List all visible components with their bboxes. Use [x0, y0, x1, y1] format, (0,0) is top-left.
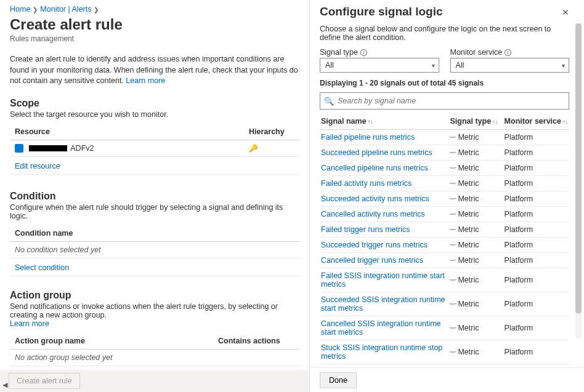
- signal-type: Metric: [458, 179, 479, 188]
- scope-table: Resource Hierarchy ADFv2 🔑 Edit resource: [10, 124, 299, 175]
- metric-icon: 〰: [450, 180, 455, 187]
- scope-desc: Select the target resource you wish to m…: [10, 110, 299, 119]
- action-col-name: Action group name: [10, 333, 213, 350]
- panel-footer: Done: [310, 367, 584, 392]
- signal-name-link[interactable]: Failed trigger runs metrics: [321, 225, 410, 234]
- info-icon[interactable]: i: [360, 49, 367, 56]
- learn-more-link[interactable]: Learn more: [126, 76, 165, 85]
- signal-search-box[interactable]: 🔍: [320, 92, 569, 110]
- signal-row[interactable]: Succeeded activity runs metrics〰MetricPl…: [320, 191, 569, 207]
- signal-type-select[interactable]: All ▾: [320, 58, 439, 73]
- signal-service: Platform: [505, 164, 533, 172]
- signal-service: Platform: [505, 300, 533, 308]
- signal-row[interactable]: Succeeded trigger runs metrics〰MetricPla…: [320, 238, 569, 253]
- signal-name-link[interactable]: Cancelled SSIS integration runtime start…: [321, 319, 441, 337]
- action-heading: Action group: [10, 290, 299, 301]
- create-alert-rule-button[interactable]: Create alert rule: [9, 373, 80, 389]
- sort-icon: ↑↓: [562, 119, 568, 125]
- signal-service: Platform: [505, 324, 533, 332]
- signal-row[interactable]: Failed activity runs metrics〰MetricPlatf…: [320, 176, 569, 191]
- action-desc: Send notifications or invoke actions whe…: [10, 302, 299, 328]
- signal-row[interactable]: Cancelled trigger runs metrics〰MetricPla…: [320, 253, 569, 268]
- signals-col-service[interactable]: Monitor service↑↓: [503, 114, 569, 130]
- signal-name-link[interactable]: Cancelled pipeline runs metrics: [321, 164, 428, 172]
- signal-name-link[interactable]: Succeeded trigger runs metrics: [321, 241, 428, 249]
- monitor-service-select[interactable]: All ▾: [450, 58, 570, 73]
- action-desc-text: Send notifications or invoke actions whe…: [10, 302, 278, 319]
- done-button[interactable]: Done: [320, 372, 357, 388]
- signal-search-input[interactable]: [338, 97, 565, 105]
- condition-empty: No condition selected yet: [10, 242, 299, 258]
- signal-name-link[interactable]: Failed pipeline runs metrics: [321, 133, 415, 142]
- metric-icon: 〰: [450, 301, 455, 308]
- metric-icon: 〰: [450, 211, 455, 218]
- chevron-down-icon: ▾: [562, 62, 565, 69]
- panel-desc: Choose a signal below and configure the …: [320, 25, 569, 42]
- key-icon: 🔑: [249, 144, 258, 153]
- signal-type-value: All: [325, 61, 334, 70]
- metric-icon: 〰: [450, 150, 455, 156]
- action-learn-more-link[interactable]: Learn more: [10, 319, 49, 328]
- info-icon[interactable]: i: [505, 49, 511, 56]
- breadcrumb-home[interactable]: Home: [10, 5, 30, 14]
- scope-resource-row[interactable]: ADFv2 🔑: [10, 140, 299, 157]
- metric-icon: 〰: [450, 226, 455, 233]
- signal-service: Platform: [505, 241, 533, 249]
- signal-type: Metric: [458, 276, 479, 284]
- results-count: Displaying 1 - 20 signals out of total 4…: [320, 79, 569, 87]
- signal-name-link[interactable]: Failed SSIS integration runtime start me…: [321, 271, 445, 289]
- signal-type: Metric: [458, 324, 479, 332]
- signal-row[interactable]: Cancelled pipeline runs metrics〰MetricPl…: [320, 161, 569, 176]
- signal-name-link[interactable]: Cancelled trigger runs metrics: [321, 256, 423, 265]
- signal-name-link[interactable]: Cancelled activity runs metrics: [321, 210, 425, 218]
- signal-name-link[interactable]: Stuck SSIS integration runtime stop metr…: [321, 343, 442, 361]
- signal-row[interactable]: Failed trigger runs metrics〰MetricPlatfo…: [320, 222, 569, 238]
- monitor-service-value: All: [456, 61, 464, 70]
- scrollbar-thumb[interactable]: [575, 23, 582, 313]
- edit-resource-link[interactable]: Edit resource: [15, 162, 60, 170]
- signal-service: Platform: [505, 179, 533, 188]
- signal-row[interactable]: Stuck SSIS integration runtime stop metr…: [320, 340, 569, 364]
- signal-service: Platform: [505, 210, 533, 218]
- resource-icon: [15, 144, 23, 153]
- metric-icon: 〰: [450, 196, 455, 202]
- signal-name-link[interactable]: Failed activity runs metrics: [321, 179, 412, 188]
- signal-name-link[interactable]: Succeeded SSIS integration runtime start…: [321, 295, 445, 313]
- signal-row[interactable]: Succeeded SSIS integration runtime start…: [320, 292, 569, 316]
- signal-type: Metric: [458, 194, 479, 203]
- sort-icon: ↑↓: [368, 119, 373, 125]
- signals-table: Signal name↑↓ Signal type↑↓ Monitor serv…: [320, 114, 569, 368]
- metric-icon: 〰: [450, 165, 455, 172]
- scope-col-hierarchy: Hierarchy: [244, 124, 299, 140]
- signals-col-type[interactable]: Signal type↑↓: [448, 114, 503, 130]
- signal-type: Metric: [458, 348, 479, 356]
- action-table: Action group name Contains actions No ac…: [10, 333, 299, 369]
- signal-service: Platform: [505, 256, 533, 265]
- breadcrumb-monitor[interactable]: Monitor | Alerts: [40, 5, 91, 14]
- chevron-down-icon: ▾: [432, 62, 435, 69]
- signal-row[interactable]: Failed pipeline runs metrics〰MetricPlatf…: [320, 130, 569, 145]
- signal-row[interactable]: Succeeded pipeline runs metrics〰MetricPl…: [320, 145, 569, 161]
- metric-icon: 〰: [450, 134, 455, 141]
- signal-type: Metric: [458, 210, 479, 218]
- sort-icon: ↑↓: [492, 119, 498, 125]
- metric-icon: 〰: [450, 277, 455, 284]
- signal-name-link[interactable]: Succeeded activity runs metrics: [321, 194, 429, 203]
- intro-text: Create an alert rule to identify and add…: [10, 54, 299, 87]
- select-condition-link[interactable]: Select condition: [15, 263, 69, 272]
- page-subtitle: Rules management: [10, 34, 299, 43]
- chevron-right-icon: ❯: [94, 6, 99, 13]
- signal-type: Metric: [458, 225, 479, 234]
- close-icon[interactable]: ✕: [562, 7, 569, 17]
- scrollbar-track[interactable]: [575, 23, 582, 338]
- search-icon: 🔍: [324, 97, 334, 106]
- signal-row[interactable]: Cancelled activity runs metrics〰MetricPl…: [320, 207, 569, 222]
- signal-type: Metric: [458, 148, 479, 157]
- signal-row[interactable]: Failed SSIS integration runtime start me…: [320, 268, 569, 292]
- signal-name-link[interactable]: Succeeded pipeline runs metrics: [321, 148, 432, 157]
- monitor-service-label: Monitor service i: [450, 48, 570, 57]
- collapse-chevron-icon[interactable]: ◀: [2, 381, 10, 388]
- signal-row[interactable]: Cancelled SSIS integration runtime start…: [320, 316, 569, 340]
- page-title: Create alert rule: [10, 16, 299, 33]
- signals-col-name[interactable]: Signal name↑↓: [320, 114, 448, 130]
